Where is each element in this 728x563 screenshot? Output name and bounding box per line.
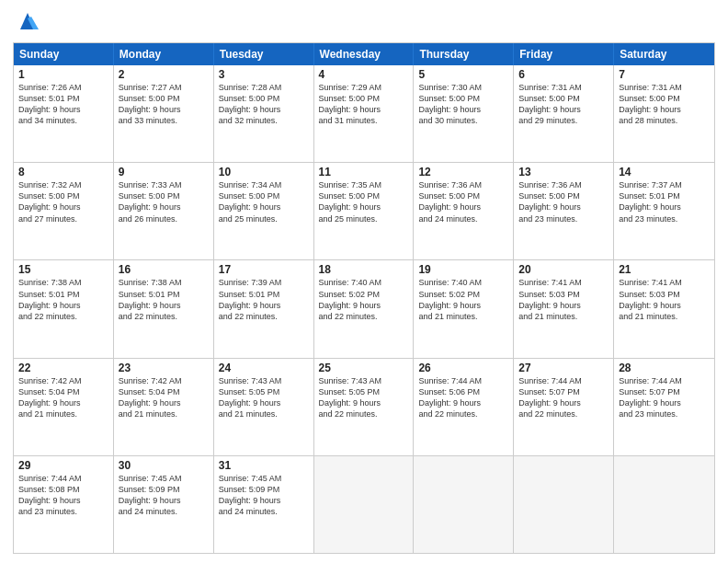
calendar-day-11: 11Sunrise: 7:35 AM Sunset: 5:00 PM Dayli… <box>314 163 415 259</box>
calendar-day-20: 20Sunrise: 7:41 AM Sunset: 5:03 PM Dayli… <box>514 260 614 357</box>
day-number: 15 <box>18 263 108 276</box>
day-info: Sunrise: 7:45 AM Sunset: 5:09 PM Dayligh… <box>119 473 209 518</box>
header-day-thursday: Thursday <box>414 43 514 65</box>
calendar-day-21: 21Sunrise: 7:41 AM Sunset: 5:03 PM Dayli… <box>614 260 714 357</box>
calendar-week-5: 29Sunrise: 7:44 AM Sunset: 5:08 PM Dayli… <box>14 455 714 553</box>
day-number: 10 <box>219 166 309 178</box>
day-number: 18 <box>319 263 409 276</box>
calendar-week-4: 22Sunrise: 7:42 AM Sunset: 5:04 PM Dayli… <box>14 358 714 455</box>
day-number: 21 <box>619 263 710 276</box>
day-number: 20 <box>518 263 609 276</box>
day-info: Sunrise: 7:44 AM Sunset: 5:08 PM Dayligh… <box>18 473 108 518</box>
header-day-wednesday: Wednesday <box>314 43 415 65</box>
header <box>13 9 715 35</box>
calendar-empty-cell <box>414 456 514 553</box>
day-info: Sunrise: 7:42 AM Sunset: 5:04 PM Dayligh… <box>119 375 209 420</box>
calendar-header: SundayMondayTuesdayWednesdayThursdayFrid… <box>14 43 714 65</box>
day-number: 23 <box>119 362 209 374</box>
day-info: Sunrise: 7:38 AM Sunset: 5:01 PM Dayligh… <box>18 277 108 322</box>
calendar-empty-cell <box>614 456 714 553</box>
header-day-sunday: Sunday <box>14 43 114 65</box>
day-number: 26 <box>418 362 508 374</box>
day-info: Sunrise: 7:37 AM Sunset: 5:01 PM Dayligh… <box>619 179 710 224</box>
calendar-empty-cell <box>514 456 614 553</box>
day-info: Sunrise: 7:35 AM Sunset: 5:00 PM Dayligh… <box>319 179 409 224</box>
day-info: Sunrise: 7:44 AM Sunset: 5:07 PM Dayligh… <box>518 375 609 420</box>
calendar-day-28: 28Sunrise: 7:44 AM Sunset: 5:07 PM Dayli… <box>614 359 714 455</box>
logo <box>13 9 40 35</box>
day-info: Sunrise: 7:28 AM Sunset: 5:00 PM Dayligh… <box>219 82 309 127</box>
calendar-day-8: 8Sunrise: 7:32 AM Sunset: 5:00 PM Daylig… <box>14 163 114 259</box>
day-number: 8 <box>18 166 108 178</box>
header-day-monday: Monday <box>114 43 214 65</box>
calendar-day-23: 23Sunrise: 7:42 AM Sunset: 5:04 PM Dayli… <box>114 359 214 455</box>
day-number: 14 <box>619 166 710 178</box>
day-number: 3 <box>219 68 309 81</box>
calendar-day-26: 26Sunrise: 7:44 AM Sunset: 5:06 PM Dayli… <box>414 359 514 455</box>
day-number: 24 <box>219 362 309 374</box>
day-info: Sunrise: 7:32 AM Sunset: 5:00 PM Dayligh… <box>18 179 108 224</box>
day-info: Sunrise: 7:44 AM Sunset: 5:06 PM Dayligh… <box>418 375 508 420</box>
day-number: 17 <box>219 263 309 276</box>
day-number: 6 <box>518 68 609 81</box>
calendar-day-4: 4Sunrise: 7:29 AM Sunset: 5:00 PM Daylig… <box>314 65 415 162</box>
calendar-day-19: 19Sunrise: 7:40 AM Sunset: 5:02 PM Dayli… <box>414 260 514 357</box>
day-info: Sunrise: 7:42 AM Sunset: 5:04 PM Dayligh… <box>18 375 108 420</box>
day-number: 13 <box>518 166 609 178</box>
calendar: SundayMondayTuesdayWednesdayThursdayFrid… <box>13 42 715 554</box>
calendar-day-12: 12Sunrise: 7:36 AM Sunset: 5:00 PM Dayli… <box>414 163 514 259</box>
day-info: Sunrise: 7:33 AM Sunset: 5:00 PM Dayligh… <box>119 179 209 224</box>
day-info: Sunrise: 7:26 AM Sunset: 5:01 PM Dayligh… <box>18 82 108 127</box>
calendar-day-2: 2Sunrise: 7:27 AM Sunset: 5:00 PM Daylig… <box>114 65 214 162</box>
day-info: Sunrise: 7:40 AM Sunset: 5:02 PM Dayligh… <box>418 277 508 322</box>
day-info: Sunrise: 7:44 AM Sunset: 5:07 PM Dayligh… <box>619 375 710 420</box>
day-number: 27 <box>518 362 609 374</box>
day-info: Sunrise: 7:45 AM Sunset: 5:09 PM Dayligh… <box>219 473 309 518</box>
day-number: 7 <box>619 68 710 81</box>
header-day-tuesday: Tuesday <box>214 43 314 65</box>
day-number: 30 <box>119 459 209 472</box>
calendar-week-3: 15Sunrise: 7:38 AM Sunset: 5:01 PM Dayli… <box>14 259 714 357</box>
day-number: 28 <box>619 362 710 374</box>
calendar-day-3: 3Sunrise: 7:28 AM Sunset: 5:00 PM Daylig… <box>214 65 314 162</box>
day-info: Sunrise: 7:34 AM Sunset: 5:00 PM Dayligh… <box>219 179 309 224</box>
calendar-week-2: 8Sunrise: 7:32 AM Sunset: 5:00 PM Daylig… <box>14 162 714 259</box>
calendar-day-7: 7Sunrise: 7:31 AM Sunset: 5:00 PM Daylig… <box>614 65 714 162</box>
day-number: 2 <box>119 68 209 81</box>
header-day-friday: Friday <box>514 43 614 65</box>
day-info: Sunrise: 7:41 AM Sunset: 5:03 PM Dayligh… <box>619 277 710 322</box>
day-number: 9 <box>119 166 209 178</box>
calendar-day-30: 30Sunrise: 7:45 AM Sunset: 5:09 PM Dayli… <box>114 456 214 553</box>
day-number: 1 <box>18 68 108 81</box>
day-number: 31 <box>219 459 309 472</box>
day-number: 22 <box>18 362 108 374</box>
day-number: 16 <box>119 263 209 276</box>
day-number: 11 <box>319 166 409 178</box>
day-number: 5 <box>418 68 508 81</box>
calendar-day-27: 27Sunrise: 7:44 AM Sunset: 5:07 PM Dayli… <box>514 359 614 455</box>
calendar-day-31: 31Sunrise: 7:45 AM Sunset: 5:09 PM Dayli… <box>214 456 314 553</box>
day-info: Sunrise: 7:27 AM Sunset: 5:00 PM Dayligh… <box>119 82 209 127</box>
day-info: Sunrise: 7:41 AM Sunset: 5:03 PM Dayligh… <box>518 277 609 322</box>
calendar-day-14: 14Sunrise: 7:37 AM Sunset: 5:01 PM Dayli… <box>614 163 714 259</box>
calendar-empty-cell <box>314 456 415 553</box>
header-day-saturday: Saturday <box>614 43 714 65</box>
day-number: 4 <box>319 68 409 81</box>
calendar-day-24: 24Sunrise: 7:43 AM Sunset: 5:05 PM Dayli… <box>214 359 314 455</box>
day-number: 29 <box>18 459 108 472</box>
calendar-day-5: 5Sunrise: 7:30 AM Sunset: 5:00 PM Daylig… <box>414 65 514 162</box>
calendar-day-17: 17Sunrise: 7:39 AM Sunset: 5:01 PM Dayli… <box>214 260 314 357</box>
calendar-day-22: 22Sunrise: 7:42 AM Sunset: 5:04 PM Dayli… <box>14 359 114 455</box>
calendar-day-18: 18Sunrise: 7:40 AM Sunset: 5:02 PM Dayli… <box>314 260 415 357</box>
calendar-day-9: 9Sunrise: 7:33 AM Sunset: 5:00 PM Daylig… <box>114 163 214 259</box>
day-info: Sunrise: 7:31 AM Sunset: 5:00 PM Dayligh… <box>619 82 710 127</box>
page: SundayMondayTuesdayWednesdayThursdayFrid… <box>0 0 728 563</box>
calendar-day-1: 1Sunrise: 7:26 AM Sunset: 5:01 PM Daylig… <box>14 65 114 162</box>
day-info: Sunrise: 7:39 AM Sunset: 5:01 PM Dayligh… <box>219 277 309 322</box>
day-info: Sunrise: 7:31 AM Sunset: 5:00 PM Dayligh… <box>518 82 609 127</box>
calendar-day-6: 6Sunrise: 7:31 AM Sunset: 5:00 PM Daylig… <box>514 65 614 162</box>
day-info: Sunrise: 7:30 AM Sunset: 5:00 PM Dayligh… <box>418 82 508 127</box>
calendar-day-29: 29Sunrise: 7:44 AM Sunset: 5:08 PM Dayli… <box>14 456 114 553</box>
day-info: Sunrise: 7:29 AM Sunset: 5:00 PM Dayligh… <box>319 82 409 127</box>
day-info: Sunrise: 7:36 AM Sunset: 5:00 PM Dayligh… <box>418 179 508 224</box>
